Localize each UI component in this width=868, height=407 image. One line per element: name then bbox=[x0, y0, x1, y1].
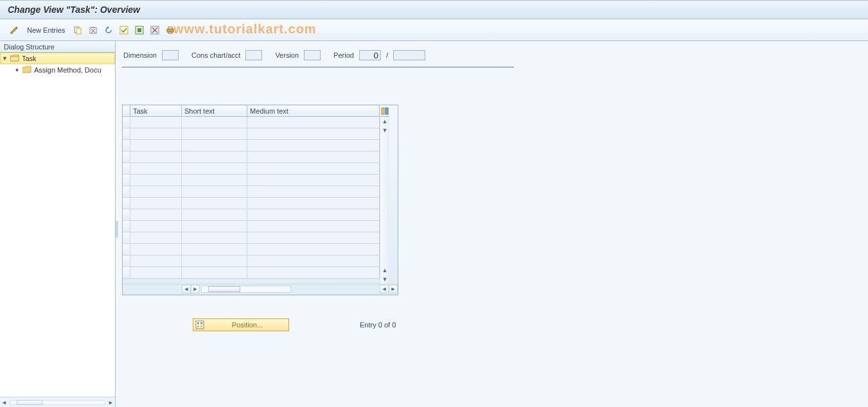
svg-rect-11 bbox=[167, 29, 173, 32]
scroll-right-icon[interactable]: ► bbox=[108, 399, 114, 406]
watermark-text: www.tutorialkart.com bbox=[173, 22, 317, 37]
table-row[interactable] bbox=[123, 140, 380, 152]
row-selector[interactable] bbox=[123, 163, 130, 175]
select-all-icon[interactable] bbox=[118, 24, 130, 37]
dimension-label: Dimension bbox=[123, 51, 157, 59]
cons-chart-label: Cons chart/acct bbox=[191, 51, 240, 59]
svg-rect-1 bbox=[76, 28, 81, 34]
svg-rect-14 bbox=[382, 108, 384, 114]
svg-rect-15 bbox=[385, 108, 388, 114]
scroll-thumb[interactable] bbox=[208, 286, 240, 292]
table-vertical-scrollbar[interactable]: ▲ ▼ ▲ ▼ bbox=[380, 117, 389, 284]
version-label: Version bbox=[275, 51, 299, 59]
page-title: Change View "Task": Overview bbox=[8, 4, 140, 15]
table-row-selector-header[interactable] bbox=[123, 105, 130, 117]
svg-rect-18 bbox=[200, 322, 202, 324]
row-selector[interactable] bbox=[123, 175, 130, 186]
svg-rect-16 bbox=[196, 321, 204, 329]
table-row[interactable] bbox=[123, 186, 380, 198]
tree-horizontal-scrollbar[interactable]: ◄ ► bbox=[0, 397, 115, 407]
column-header-task[interactable]: Task bbox=[130, 105, 182, 117]
scroll-thumb[interactable] bbox=[17, 400, 42, 405]
svg-rect-5 bbox=[120, 26, 128, 34]
scroll-down-icon[interactable]: ▼ bbox=[380, 275, 389, 284]
scroll-left-icon[interactable]: ◄ bbox=[182, 285, 191, 293]
scroll-left-icon[interactable]: ◄ bbox=[1, 399, 7, 406]
position-button[interactable]: Position... bbox=[193, 318, 289, 331]
table-row[interactable] bbox=[123, 255, 380, 267]
table-horizontal-scrollbar[interactable]: ◄ ► ◄ ► bbox=[123, 284, 398, 293]
delete-icon[interactable] bbox=[87, 24, 100, 37]
dimension-field[interactable] bbox=[162, 50, 179, 60]
row-selector[interactable] bbox=[123, 221, 130, 232]
row-selector[interactable] bbox=[123, 117, 130, 128]
row-selector[interactable] bbox=[123, 186, 130, 198]
tree-collapse-icon[interactable]: ▼ bbox=[2, 55, 8, 62]
scroll-left-icon[interactable]: ◄ bbox=[380, 285, 389, 293]
scroll-up-icon[interactable]: ▲ bbox=[380, 266, 389, 275]
new-entries-button[interactable]: New Entries bbox=[23, 24, 69, 37]
tree-node-label: Task bbox=[22, 55, 37, 62]
scroll-track[interactable] bbox=[10, 400, 105, 405]
scroll-track[interactable] bbox=[201, 286, 291, 293]
position-button-label: Position... bbox=[206, 321, 288, 329]
window-title-bar: Change View "Task": Overview bbox=[0, 0, 868, 19]
scroll-right-icon[interactable]: ► bbox=[389, 285, 398, 293]
select-block-icon[interactable] bbox=[133, 24, 146, 37]
svg-rect-19 bbox=[197, 325, 199, 327]
row-selector[interactable] bbox=[123, 152, 130, 163]
table-row[interactable] bbox=[123, 163, 380, 175]
tree-node-label: Assign Method, Docu bbox=[34, 66, 102, 74]
table-row[interactable] bbox=[123, 244, 380, 255]
table-row[interactable] bbox=[123, 232, 380, 244]
table-row[interactable] bbox=[123, 152, 380, 163]
cons-chart-field[interactable] bbox=[245, 50, 262, 60]
folder-closed-icon bbox=[22, 66, 31, 74]
folder-open-icon bbox=[10, 55, 19, 62]
row-selector[interactable] bbox=[123, 140, 130, 152]
task-table: Task Short text Medium text bbox=[122, 105, 398, 295]
position-icon bbox=[193, 320, 206, 329]
column-header-short-text[interactable]: Short text bbox=[182, 105, 247, 117]
scroll-right-icon[interactable]: ► bbox=[191, 285, 200, 293]
row-selector[interactable] bbox=[123, 209, 130, 221]
row-selector[interactable] bbox=[123, 198, 130, 209]
tree-header: Dialog Structure bbox=[0, 41, 115, 53]
row-selector[interactable] bbox=[123, 232, 130, 244]
scroll-up-icon[interactable]: ▲ bbox=[380, 117, 389, 126]
svg-rect-12 bbox=[168, 27, 172, 29]
tree-node-task[interactable]: ▼ Task bbox=[0, 53, 115, 64]
svg-rect-20 bbox=[200, 325, 202, 327]
display-change-icon[interactable] bbox=[8, 24, 21, 37]
svg-rect-7 bbox=[137, 28, 141, 32]
table-row[interactable] bbox=[123, 221, 380, 232]
period-field-2[interactable] bbox=[393, 50, 425, 60]
deselect-all-icon[interactable] bbox=[148, 24, 161, 37]
table-row[interactable] bbox=[123, 267, 380, 279]
print-icon[interactable] bbox=[164, 24, 177, 37]
table-row[interactable] bbox=[123, 175, 380, 186]
table-settings-icon[interactable] bbox=[380, 105, 389, 117]
svg-rect-13 bbox=[168, 32, 172, 33]
splitter-handle[interactable] bbox=[116, 221, 118, 238]
svg-rect-17 bbox=[197, 322, 199, 324]
undo-icon[interactable] bbox=[102, 24, 115, 37]
table-row[interactable] bbox=[123, 128, 380, 140]
row-selector[interactable] bbox=[123, 128, 130, 140]
table-row[interactable] bbox=[123, 198, 380, 209]
table-body bbox=[123, 117, 380, 284]
table-row[interactable] bbox=[123, 117, 380, 128]
copy-icon[interactable] bbox=[71, 24, 84, 37]
version-field[interactable] bbox=[304, 50, 321, 60]
row-selector[interactable] bbox=[123, 255, 130, 267]
table-row[interactable] bbox=[123, 209, 380, 221]
column-header-medium-text[interactable]: Medium text bbox=[247, 105, 380, 117]
scroll-down-icon[interactable]: ▼ bbox=[380, 126, 389, 135]
period-label: Period bbox=[333, 51, 354, 59]
period-separator: / bbox=[386, 51, 388, 59]
row-selector[interactable] bbox=[123, 244, 130, 255]
tree-node-assign-method[interactable]: • Assign Method, Docu bbox=[0, 64, 115, 76]
application-toolbar: New Entries www.tutorialkart.com bbox=[0, 19, 868, 41]
row-selector[interactable] bbox=[123, 267, 130, 279]
period-field-1[interactable] bbox=[359, 50, 381, 60]
